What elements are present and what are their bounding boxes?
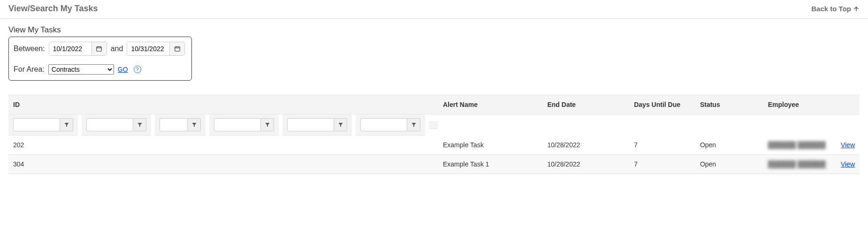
cell-employee: ██████ ██████ bbox=[768, 160, 826, 168]
filter-input-alert-name[interactable] bbox=[86, 118, 133, 131]
area-select[interactable]: Contracts bbox=[48, 64, 114, 75]
for-area-label: For Area: bbox=[14, 65, 45, 74]
filter-button-end-date[interactable] bbox=[188, 118, 201, 131]
between-label: Between: bbox=[14, 45, 45, 53]
col-header-alert-name[interactable]: Alert Name bbox=[438, 95, 542, 114]
col-header-status[interactable]: Status bbox=[695, 95, 763, 114]
filter-input-id[interactable] bbox=[13, 118, 60, 131]
cell-end-date: 10/28/2022 bbox=[542, 155, 629, 174]
calendar-icon bbox=[174, 45, 181, 52]
col-header-id[interactable]: ID bbox=[8, 95, 438, 114]
svg-rect-0 bbox=[97, 47, 102, 51]
filter-button-employee[interactable] bbox=[407, 118, 420, 131]
cell-alert-name: Example Task bbox=[438, 136, 542, 155]
back-to-top-link[interactable]: Back to Top bbox=[811, 5, 860, 13]
view-link[interactable]: View bbox=[841, 160, 855, 168]
funnel-icon bbox=[137, 122, 143, 128]
funnel-icon bbox=[338, 122, 343, 128]
col-header-days-until-due[interactable]: Days Until Due bbox=[629, 95, 695, 114]
funnel-icon bbox=[411, 122, 417, 128]
filter-button-alert-name[interactable] bbox=[133, 118, 146, 131]
funnel-icon bbox=[64, 122, 69, 128]
cell-days-until-due: 7 bbox=[629, 136, 695, 155]
col-header-end-date[interactable]: End Date bbox=[542, 95, 629, 114]
cell-employee: ██████ ██████ bbox=[768, 141, 826, 149]
filter-button-days-until-due[interactable] bbox=[261, 118, 274, 131]
cell-end-date: 10/28/2022 bbox=[542, 136, 629, 155]
and-label: and bbox=[111, 45, 123, 53]
view-link[interactable]: View bbox=[841, 141, 855, 149]
filter-input-end-date[interactable] bbox=[160, 118, 188, 131]
cell-status: Open bbox=[695, 155, 763, 174]
section-title: View My Tasks bbox=[8, 25, 860, 35]
date-from-picker-button[interactable] bbox=[91, 42, 107, 55]
col-header-employee[interactable]: Employee bbox=[763, 95, 836, 114]
filter-input-status[interactable] bbox=[287, 118, 334, 131]
cell-days-until-due: 7 bbox=[629, 155, 695, 174]
back-to-top-label: Back to Top bbox=[811, 5, 851, 13]
go-link[interactable]: GO bbox=[118, 66, 128, 73]
cell-status: Open bbox=[695, 136, 763, 155]
funnel-icon bbox=[191, 122, 197, 128]
filter-button-status[interactable] bbox=[334, 118, 347, 131]
filter-input-employee[interactable] bbox=[360, 118, 407, 131]
date-to-picker-button[interactable] bbox=[169, 42, 184, 55]
cell-id: 202 bbox=[8, 136, 438, 155]
funnel-icon bbox=[265, 122, 270, 128]
tasks-table: ID Alert Name End Date Days Until Due St… bbox=[8, 95, 860, 174]
page-title: View/Search My Tasks bbox=[8, 4, 98, 14]
table-row: 304 Example Task 1 10/28/2022 7 Open ███… bbox=[8, 155, 860, 174]
date-to-input[interactable] bbox=[127, 42, 169, 55]
cell-id: 304 bbox=[8, 155, 438, 174]
filter-panel: Between: and For Area: bbox=[8, 37, 192, 81]
help-icon[interactable]: ? bbox=[134, 66, 141, 73]
filter-button-id[interactable] bbox=[60, 118, 73, 131]
table-row: 202 Example Task 10/28/2022 7 Open █████… bbox=[8, 136, 860, 155]
calendar-icon bbox=[96, 45, 102, 52]
cell-alert-name: Example Task 1 bbox=[438, 155, 542, 174]
filter-input-days-until-due[interactable] bbox=[214, 118, 261, 131]
arrow-up-icon bbox=[853, 6, 860, 12]
date-from-input[interactable] bbox=[49, 42, 91, 55]
svg-rect-1 bbox=[175, 47, 180, 51]
